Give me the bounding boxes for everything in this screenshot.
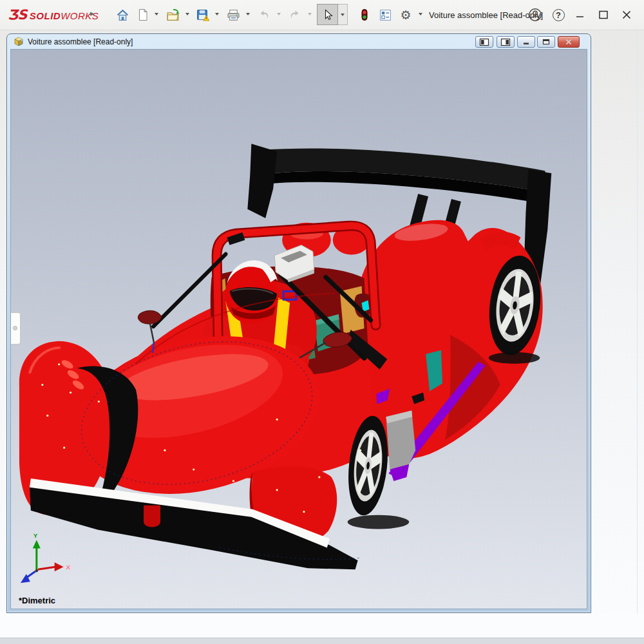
assembly-icon [14, 37, 24, 47]
maximize-icon [597, 8, 610, 21]
view-orientation-label: *Dimetric [19, 596, 55, 605]
model-scene: Y X [11, 50, 587, 609]
select-tool-button[interactable] [317, 4, 338, 25]
print-button[interactable] [224, 6, 242, 24]
new-document-icon [137, 8, 149, 21]
pane-right-icon [500, 38, 511, 46]
help-button[interactable]: ? [549, 5, 568, 24]
print-dropdown[interactable] [246, 13, 250, 15]
save-dropdown[interactable] [215, 13, 219, 15]
close-button[interactable] [617, 5, 636, 24]
account-icon [528, 8, 542, 22]
maximize-button[interactable] [594, 5, 613, 24]
help-icon: ? [553, 9, 565, 21]
open-icon [166, 8, 180, 22]
triad-y-label: Y [33, 532, 38, 539]
chevron-down-icon [341, 14, 345, 16]
feature-pane-handle[interactable] [11, 312, 21, 345]
home-button[interactable] [113, 6, 131, 24]
rear-wheel-shadow [489, 352, 540, 364]
print-icon [227, 8, 240, 22]
open-button[interactable] [164, 6, 182, 24]
new-document-button[interactable] [134, 6, 152, 24]
close-icon [620, 8, 633, 21]
save-button[interactable] [193, 6, 211, 24]
form-list-button[interactable] [376, 6, 394, 24]
new-document-dropdown[interactable] [155, 13, 158, 15]
doc-minimize-icon [522, 38, 531, 46]
redo-button[interactable] [286, 6, 304, 24]
pane-left-icon [479, 38, 489, 46]
triad-x-label: X [66, 564, 71, 571]
doc-restore-button[interactable] [537, 36, 555, 48]
open-dropdown[interactable] [185, 13, 189, 15]
graphics-viewport[interactable]: Y X *Dimetric [10, 49, 587, 609]
pane-left-toggle-button[interactable] [475, 36, 493, 48]
status-bar [0, 613, 644, 638]
traffic-light-icon [358, 8, 371, 21]
document-window: Voiture assomblee [Read-only] [6, 33, 591, 613]
minimize-icon [574, 8, 587, 21]
menu-flyout-arrow[interactable]: ▸ [90, 8, 95, 18]
solidworks-logo: ƷS SOLIDWORKS [8, 7, 99, 23]
undo-dropdown [277, 13, 281, 15]
document-titlebar[interactable]: Voiture assomblee [Read-only] [7, 34, 591, 49]
select-tool-dropdown[interactable] [338, 4, 348, 25]
redo-dropdown [308, 13, 312, 15]
front-wheel-shadow [348, 515, 410, 529]
window-bottom-edge [0, 638, 644, 644]
doc-minimize-button[interactable] [517, 36, 535, 48]
traffic-light-button[interactable] [355, 6, 374, 24]
account-button[interactable] [526, 5, 545, 24]
client-area-divider [637, 30, 638, 638]
minimize-button[interactable] [571, 5, 590, 24]
doc-restore-icon [542, 38, 551, 46]
main-titlebar: ƷS SOLIDWORKS ▸ [0, 0, 644, 30]
solidworks-logo-mark: ƷS [8, 7, 26, 23]
doc-close-icon [564, 38, 573, 46]
select-tool-group [317, 4, 348, 25]
save-icon [196, 8, 209, 22]
undo-button[interactable] [255, 6, 273, 24]
home-icon [116, 8, 129, 22]
options-button[interactable]: ⚙ [397, 6, 415, 24]
solidworks-logo-solid: SOLID [30, 10, 61, 21]
undo-icon [257, 8, 271, 22]
redo-icon [288, 8, 302, 22]
options-dropdown[interactable] [419, 13, 422, 15]
document-title: Voiture assomblee [Read-only] [28, 37, 133, 46]
pane-right-toggle-button[interactable] [497, 36, 515, 48]
doc-close-button[interactable] [558, 36, 580, 48]
select-tool-icon [321, 8, 334, 21]
gear-icon: ⚙ [400, 8, 411, 23]
orientation-triad: Y X [21, 532, 71, 583]
form-list-icon [379, 8, 392, 22]
